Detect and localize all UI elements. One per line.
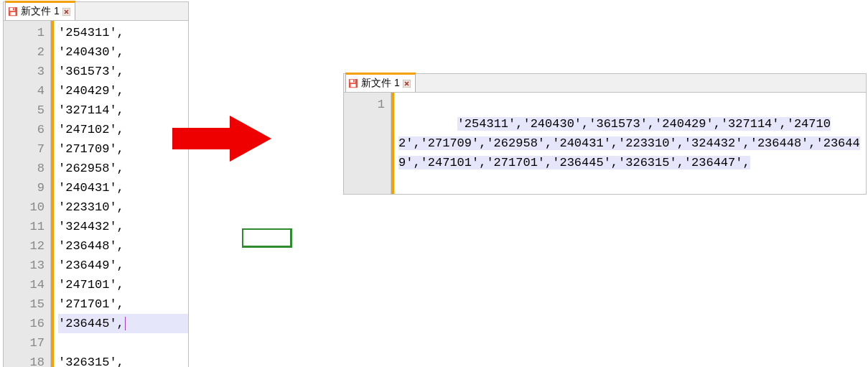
- green-highlight-box: [242, 228, 292, 248]
- code-line: '271709',: [58, 142, 124, 156]
- code-line: '361573',: [58, 65, 124, 78]
- line-number: 11: [4, 217, 45, 236]
- save-icon: [8, 6, 18, 17]
- line-number: 14: [4, 275, 45, 294]
- code-line: '236448',: [58, 239, 124, 253]
- save-icon: [348, 78, 358, 88]
- line-number: 9: [4, 178, 45, 198]
- code-line: '247101',: [58, 278, 124, 292]
- file-tab[interactable]: 新文件 1: [5, 1, 75, 20]
- line-number: 13: [4, 256, 45, 275]
- line-number: 5: [4, 101, 45, 120]
- close-icon[interactable]: [403, 80, 411, 88]
- code-text[interactable]: '254311','240430','361573','240429','327…: [394, 93, 866, 194]
- wrapped-line: '254311','240430','361573','240429','327…: [398, 117, 860, 169]
- editor-right: 新文件 1 1 '254311','240430','361573','2404…: [343, 73, 867, 195]
- code-line: '247102',: [58, 123, 124, 136]
- line-number: 16: [4, 314, 45, 333]
- code-area[interactable]: 123456789101112131415161718 '254311', '2…: [4, 21, 188, 367]
- code-text[interactable]: '254311', '240430', '361573', '240429', …: [54, 21, 188, 367]
- line-number: 10: [4, 198, 45, 217]
- svg-rect-2: [11, 12, 16, 15]
- line-number: 12: [4, 236, 45, 256]
- line-number: 1: [4, 23, 45, 42]
- code-area[interactable]: 1 '254311','240430','361573','240429','3…: [344, 93, 866, 194]
- line-gutter: 123456789101112131415161718: [4, 21, 51, 367]
- line-number: 2: [4, 42, 45, 62]
- line-number: 8: [4, 159, 45, 178]
- svg-rect-8: [353, 80, 355, 82]
- code-line: '262958',: [58, 162, 124, 175]
- tab-label: 新文件 1: [361, 77, 400, 90]
- file-tab[interactable]: 新文件 1: [345, 73, 416, 92]
- code-line: '223310',: [58, 200, 124, 214]
- code-line: '271701',: [58, 297, 124, 311]
- editor-left: 新文件 1 123456789101112131415161718 '25431…: [3, 1, 189, 367]
- text-cursor: [125, 317, 126, 330]
- tab-label: 新文件 1: [21, 5, 60, 18]
- svg-rect-3: [13, 8, 14, 10]
- line-number: 4: [4, 81, 45, 101]
- svg-rect-7: [351, 84, 356, 87]
- line-number: 18: [4, 353, 45, 367]
- line-number: 3: [4, 62, 45, 81]
- code-line: '326315',: [58, 356, 124, 367]
- line-number: 6: [4, 120, 45, 139]
- code-line: '236445',: [58, 314, 188, 333]
- tab-bar: 新文件 1: [344, 74, 866, 93]
- code-line: '240429',: [58, 84, 124, 98]
- arrow-icon: [172, 113, 273, 164]
- code-line: '236449',: [58, 259, 124, 272]
- code-line: '240430',: [58, 45, 124, 59]
- code-line: '254311',: [58, 26, 124, 40]
- line-number: 15: [4, 294, 45, 314]
- tab-bar: 新文件 1: [4, 2, 188, 21]
- code-line: '240431',: [58, 181, 124, 195]
- line-number: 7: [4, 139, 45, 159]
- close-icon[interactable]: [62, 8, 70, 16]
- line-gutter: 1: [344, 93, 391, 194]
- svg-marker-10: [172, 116, 271, 162]
- line-number: 1: [344, 95, 385, 114]
- line-number: 17: [4, 333, 45, 353]
- code-line: '324432',: [58, 220, 124, 233]
- code-line: '327114',: [58, 103, 124, 117]
